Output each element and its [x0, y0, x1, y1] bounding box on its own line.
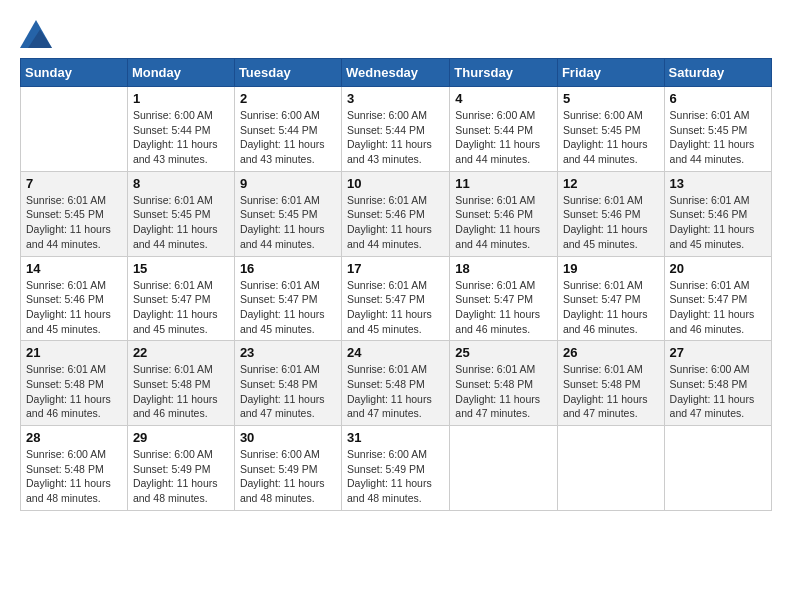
day-number: 26	[563, 345, 659, 360]
calendar-cell	[450, 426, 558, 511]
day-info: Sunrise: 6:00 AMSunset: 5:48 PMDaylight:…	[26, 447, 122, 506]
calendar-cell: 31Sunrise: 6:00 AMSunset: 5:49 PMDayligh…	[342, 426, 450, 511]
calendar-cell: 22Sunrise: 6:01 AMSunset: 5:48 PMDayligh…	[127, 341, 234, 426]
day-number: 1	[133, 91, 229, 106]
day-info: Sunrise: 6:00 AMSunset: 5:45 PMDaylight:…	[563, 108, 659, 167]
day-info: Sunrise: 6:01 AMSunset: 5:45 PMDaylight:…	[133, 193, 229, 252]
calendar-cell: 8Sunrise: 6:01 AMSunset: 5:45 PMDaylight…	[127, 171, 234, 256]
day-info: Sunrise: 6:00 AMSunset: 5:44 PMDaylight:…	[455, 108, 552, 167]
column-header-sunday: Sunday	[21, 59, 128, 87]
day-number: 25	[455, 345, 552, 360]
day-info: Sunrise: 6:00 AMSunset: 5:44 PMDaylight:…	[347, 108, 444, 167]
day-number: 23	[240, 345, 336, 360]
calendar-week-row: 28Sunrise: 6:00 AMSunset: 5:48 PMDayligh…	[21, 426, 772, 511]
day-info: Sunrise: 6:01 AMSunset: 5:48 PMDaylight:…	[26, 362, 122, 421]
calendar-cell: 11Sunrise: 6:01 AMSunset: 5:46 PMDayligh…	[450, 171, 558, 256]
day-number: 9	[240, 176, 336, 191]
calendar-cell: 17Sunrise: 6:01 AMSunset: 5:47 PMDayligh…	[342, 256, 450, 341]
calendar-cell: 23Sunrise: 6:01 AMSunset: 5:48 PMDayligh…	[234, 341, 341, 426]
calendar-cell: 2Sunrise: 6:00 AMSunset: 5:44 PMDaylight…	[234, 87, 341, 172]
day-number: 8	[133, 176, 229, 191]
day-info: Sunrise: 6:01 AMSunset: 5:48 PMDaylight:…	[563, 362, 659, 421]
day-info: Sunrise: 6:01 AMSunset: 5:46 PMDaylight:…	[347, 193, 444, 252]
calendar-cell: 10Sunrise: 6:01 AMSunset: 5:46 PMDayligh…	[342, 171, 450, 256]
calendar-cell: 28Sunrise: 6:00 AMSunset: 5:48 PMDayligh…	[21, 426, 128, 511]
day-number: 10	[347, 176, 444, 191]
calendar-cell: 25Sunrise: 6:01 AMSunset: 5:48 PMDayligh…	[450, 341, 558, 426]
calendar-cell: 30Sunrise: 6:00 AMSunset: 5:49 PMDayligh…	[234, 426, 341, 511]
day-number: 21	[26, 345, 122, 360]
day-info: Sunrise: 6:01 AMSunset: 5:47 PMDaylight:…	[240, 278, 336, 337]
day-info: Sunrise: 6:01 AMSunset: 5:47 PMDaylight:…	[670, 278, 766, 337]
day-info: Sunrise: 6:01 AMSunset: 5:46 PMDaylight:…	[670, 193, 766, 252]
day-number: 24	[347, 345, 444, 360]
day-number: 14	[26, 261, 122, 276]
column-header-friday: Friday	[557, 59, 664, 87]
calendar-cell: 1Sunrise: 6:00 AMSunset: 5:44 PMDaylight…	[127, 87, 234, 172]
calendar-cell: 29Sunrise: 6:00 AMSunset: 5:49 PMDayligh…	[127, 426, 234, 511]
column-header-wednesday: Wednesday	[342, 59, 450, 87]
calendar-header-row: SundayMondayTuesdayWednesdayThursdayFrid…	[21, 59, 772, 87]
calendar-table: SundayMondayTuesdayWednesdayThursdayFrid…	[20, 58, 772, 511]
column-header-tuesday: Tuesday	[234, 59, 341, 87]
day-info: Sunrise: 6:01 AMSunset: 5:45 PMDaylight:…	[240, 193, 336, 252]
calendar-cell: 24Sunrise: 6:01 AMSunset: 5:48 PMDayligh…	[342, 341, 450, 426]
day-number: 20	[670, 261, 766, 276]
day-info: Sunrise: 6:01 AMSunset: 5:45 PMDaylight:…	[670, 108, 766, 167]
day-number: 5	[563, 91, 659, 106]
day-number: 18	[455, 261, 552, 276]
day-info: Sunrise: 6:00 AMSunset: 5:49 PMDaylight:…	[240, 447, 336, 506]
day-info: Sunrise: 6:00 AMSunset: 5:48 PMDaylight:…	[670, 362, 766, 421]
day-info: Sunrise: 6:01 AMSunset: 5:48 PMDaylight:…	[240, 362, 336, 421]
day-number: 4	[455, 91, 552, 106]
calendar-cell: 7Sunrise: 6:01 AMSunset: 5:45 PMDaylight…	[21, 171, 128, 256]
calendar-week-row: 7Sunrise: 6:01 AMSunset: 5:45 PMDaylight…	[21, 171, 772, 256]
day-info: Sunrise: 6:01 AMSunset: 5:45 PMDaylight:…	[26, 193, 122, 252]
calendar-cell	[664, 426, 771, 511]
day-number: 15	[133, 261, 229, 276]
calendar-cell: 19Sunrise: 6:01 AMSunset: 5:47 PMDayligh…	[557, 256, 664, 341]
calendar-cell: 13Sunrise: 6:01 AMSunset: 5:46 PMDayligh…	[664, 171, 771, 256]
day-info: Sunrise: 6:00 AMSunset: 5:44 PMDaylight:…	[240, 108, 336, 167]
day-info: Sunrise: 6:01 AMSunset: 5:48 PMDaylight:…	[347, 362, 444, 421]
day-info: Sunrise: 6:01 AMSunset: 5:47 PMDaylight:…	[347, 278, 444, 337]
calendar-week-row: 21Sunrise: 6:01 AMSunset: 5:48 PMDayligh…	[21, 341, 772, 426]
day-number: 22	[133, 345, 229, 360]
day-number: 3	[347, 91, 444, 106]
day-info: Sunrise: 6:01 AMSunset: 5:46 PMDaylight:…	[563, 193, 659, 252]
day-info: Sunrise: 6:00 AMSunset: 5:49 PMDaylight:…	[133, 447, 229, 506]
calendar-cell: 9Sunrise: 6:01 AMSunset: 5:45 PMDaylight…	[234, 171, 341, 256]
day-number: 16	[240, 261, 336, 276]
day-info: Sunrise: 6:01 AMSunset: 5:48 PMDaylight:…	[455, 362, 552, 421]
logo	[20, 20, 56, 48]
day-number: 19	[563, 261, 659, 276]
day-info: Sunrise: 6:01 AMSunset: 5:46 PMDaylight:…	[26, 278, 122, 337]
logo-icon	[20, 20, 52, 48]
day-number: 11	[455, 176, 552, 191]
calendar-week-row: 14Sunrise: 6:01 AMSunset: 5:46 PMDayligh…	[21, 256, 772, 341]
day-info: Sunrise: 6:01 AMSunset: 5:47 PMDaylight:…	[563, 278, 659, 337]
day-number: 28	[26, 430, 122, 445]
day-number: 13	[670, 176, 766, 191]
day-number: 6	[670, 91, 766, 106]
day-number: 27	[670, 345, 766, 360]
day-number: 2	[240, 91, 336, 106]
calendar-cell: 16Sunrise: 6:01 AMSunset: 5:47 PMDayligh…	[234, 256, 341, 341]
page-header	[20, 20, 772, 48]
calendar-cell: 21Sunrise: 6:01 AMSunset: 5:48 PMDayligh…	[21, 341, 128, 426]
calendar-cell: 4Sunrise: 6:00 AMSunset: 5:44 PMDaylight…	[450, 87, 558, 172]
calendar-cell: 27Sunrise: 6:00 AMSunset: 5:48 PMDayligh…	[664, 341, 771, 426]
day-info: Sunrise: 6:00 AMSunset: 5:44 PMDaylight:…	[133, 108, 229, 167]
calendar-cell: 14Sunrise: 6:01 AMSunset: 5:46 PMDayligh…	[21, 256, 128, 341]
day-info: Sunrise: 6:00 AMSunset: 5:49 PMDaylight:…	[347, 447, 444, 506]
day-number: 30	[240, 430, 336, 445]
column-header-monday: Monday	[127, 59, 234, 87]
calendar-cell: 15Sunrise: 6:01 AMSunset: 5:47 PMDayligh…	[127, 256, 234, 341]
calendar-cell: 3Sunrise: 6:00 AMSunset: 5:44 PMDaylight…	[342, 87, 450, 172]
calendar-cell: 5Sunrise: 6:00 AMSunset: 5:45 PMDaylight…	[557, 87, 664, 172]
calendar-week-row: 1Sunrise: 6:00 AMSunset: 5:44 PMDaylight…	[21, 87, 772, 172]
column-header-thursday: Thursday	[450, 59, 558, 87]
day-info: Sunrise: 6:01 AMSunset: 5:48 PMDaylight:…	[133, 362, 229, 421]
day-info: Sunrise: 6:01 AMSunset: 5:47 PMDaylight:…	[133, 278, 229, 337]
calendar-cell	[21, 87, 128, 172]
